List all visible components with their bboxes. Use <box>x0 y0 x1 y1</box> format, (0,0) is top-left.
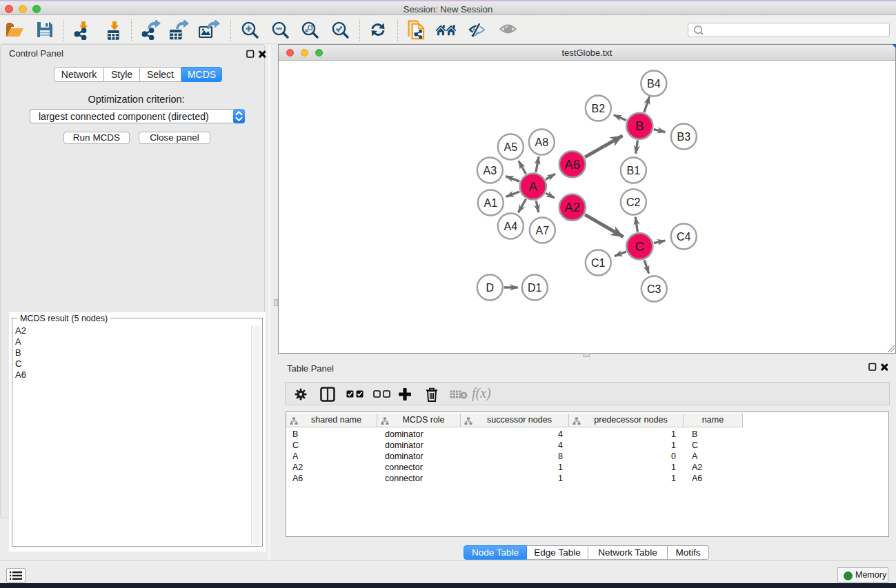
svg-text:C3: C3 <box>647 283 661 295</box>
svg-text:C2: C2 <box>626 196 641 208</box>
svg-text:A3: A3 <box>484 165 497 176</box>
svg-text:A6: A6 <box>564 157 580 172</box>
svg-text:A1: A1 <box>484 197 498 209</box>
svg-text:B4: B4 <box>647 78 661 90</box>
svg-text:C4: C4 <box>677 231 691 243</box>
svg-text:D: D <box>486 282 495 294</box>
svg-text:C1: C1 <box>591 257 606 269</box>
svg-text:A5: A5 <box>504 141 518 153</box>
svg-text:A8: A8 <box>535 136 549 148</box>
svg-text:B2: B2 <box>592 103 606 114</box>
svg-text:A7: A7 <box>536 225 550 236</box>
svg-text:B1: B1 <box>627 165 641 176</box>
svg-text:A4: A4 <box>504 221 518 232</box>
svg-text:C: C <box>635 239 644 254</box>
svg-text:D1: D1 <box>528 282 542 294</box>
svg-text:B3: B3 <box>677 131 691 143</box>
svg-text:A2: A2 <box>564 200 580 214</box>
svg-text:A: A <box>528 179 537 194</box>
svg-text:B: B <box>635 119 644 133</box>
